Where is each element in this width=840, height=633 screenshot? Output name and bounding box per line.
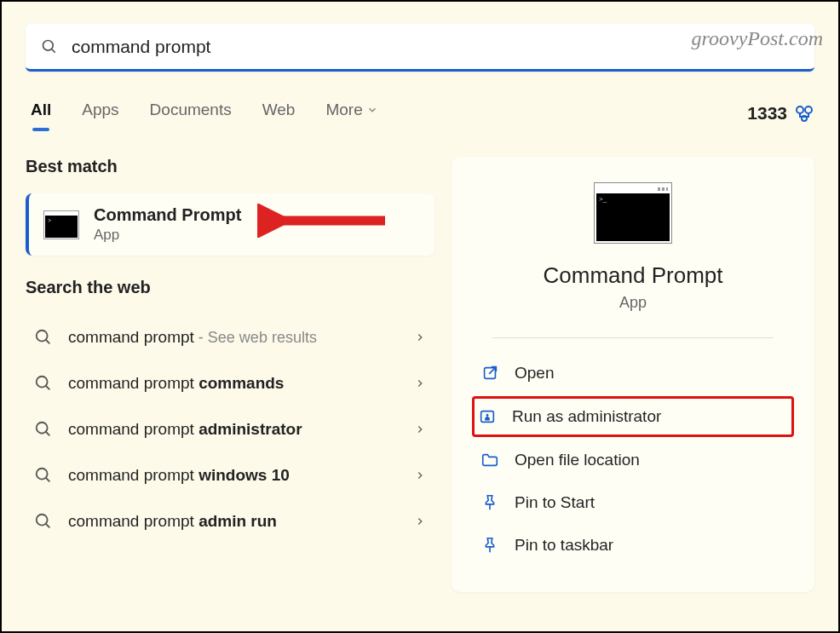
- svg-line-15: [46, 524, 50, 528]
- action-pin-to-start[interactable]: Pin to Start: [477, 481, 789, 524]
- chevron-right-icon: [414, 469, 426, 481]
- result-title: Command Prompt: [94, 205, 241, 225]
- web-result-item[interactable]: command prompt - See web results: [26, 314, 434, 360]
- chevron-right-icon: [414, 377, 426, 389]
- action-label: Pin to Start: [515, 493, 595, 512]
- svg-point-2: [797, 106, 803, 113]
- points-value: 1333: [747, 103, 787, 124]
- tab-more[interactable]: More: [320, 95, 383, 131]
- svg-point-0: [43, 40, 54, 50]
- command-prompt-large-icon: [594, 182, 672, 244]
- svg-line-11: [46, 432, 50, 436]
- rewards-points[interactable]: 1333: [747, 103, 814, 124]
- search-icon: [34, 328, 53, 347]
- svg-line-1: [52, 49, 55, 52]
- web-results-list: command prompt - See web results command…: [26, 314, 434, 544]
- tab-apps[interactable]: Apps: [77, 95, 124, 131]
- search-icon: [34, 374, 53, 393]
- pin-icon: [480, 536, 499, 555]
- chevron-right-icon: [414, 515, 426, 527]
- svg-point-6: [37, 331, 48, 342]
- search-icon: [34, 466, 53, 485]
- result-subtitle: App: [94, 227, 241, 244]
- action-label: Run as administrator: [512, 407, 661, 426]
- tab-documents[interactable]: Documents: [145, 95, 237, 131]
- action-list: Open Run as administrator Open file loca…: [477, 352, 789, 567]
- action-label: Pin to taskbar: [515, 536, 613, 555]
- svg-point-10: [37, 423, 48, 434]
- action-open-file-location[interactable]: Open file location: [477, 439, 789, 481]
- search-icon: [41, 38, 58, 55]
- divider: [492, 337, 773, 338]
- best-match-header: Best match: [26, 157, 434, 176]
- web-result-item[interactable]: command prompt administrator: [26, 406, 434, 452]
- svg-point-18: [486, 414, 489, 417]
- web-result-label: command prompt windows 10: [68, 466, 290, 485]
- search-bar[interactable]: [26, 24, 814, 72]
- rewards-icon: [794, 103, 814, 124]
- svg-point-12: [37, 469, 48, 480]
- search-icon: [34, 512, 53, 531]
- action-label: Open file location: [515, 451, 640, 469]
- svg-line-7: [46, 340, 50, 344]
- chevron-down-icon: [366, 104, 378, 116]
- svg-point-14: [37, 515, 48, 526]
- tab-more-label: More: [325, 101, 362, 119]
- open-icon: [480, 364, 499, 383]
- annotation-arrow-icon: [257, 204, 394, 238]
- tab-web[interactable]: Web: [257, 95, 301, 131]
- chevron-right-icon: [414, 423, 426, 435]
- detail-subtitle: App: [619, 294, 647, 312]
- folder-icon: [480, 451, 499, 469]
- svg-line-13: [46, 478, 50, 482]
- web-result-label: command prompt commands: [68, 374, 284, 393]
- web-result-item[interactable]: command prompt windows 10: [26, 452, 434, 498]
- left-column: Best match Command Prompt App Search the…: [26, 157, 434, 592]
- web-result-item[interactable]: command prompt commands: [26, 360, 434, 406]
- search-input[interactable]: [72, 37, 799, 57]
- svg-point-8: [37, 377, 48, 388]
- action-open[interactable]: Open: [477, 352, 789, 394]
- shield-icon: [478, 407, 497, 426]
- web-result-label: command prompt admin run: [68, 512, 277, 531]
- detail-title: Command Prompt: [544, 262, 723, 289]
- svg-point-4: [802, 116, 807, 121]
- action-run-as-admin[interactable]: Run as administrator: [472, 396, 794, 437]
- best-match-result[interactable]: Command Prompt App: [26, 193, 434, 256]
- search-web-header: Search the web: [26, 278, 434, 297]
- command-prompt-icon: [44, 211, 78, 239]
- search-icon: [34, 420, 53, 439]
- web-result-item[interactable]: command prompt admin run: [26, 498, 434, 544]
- svg-line-9: [46, 386, 50, 390]
- chevron-right-icon: [414, 331, 426, 343]
- detail-panel: Command Prompt App Open Run as administr…: [452, 157, 814, 592]
- tab-all[interactable]: All: [26, 95, 56, 131]
- web-result-label: command prompt - See web results: [68, 328, 317, 347]
- action-pin-to-taskbar[interactable]: Pin to taskbar: [477, 524, 789, 567]
- web-result-label: command prompt administrator: [68, 420, 302, 439]
- tabs-row: All Apps Documents Web More 1333: [26, 95, 814, 131]
- pin-icon: [480, 493, 499, 512]
- svg-point-3: [805, 106, 812, 113]
- action-label: Open: [515, 364, 554, 383]
